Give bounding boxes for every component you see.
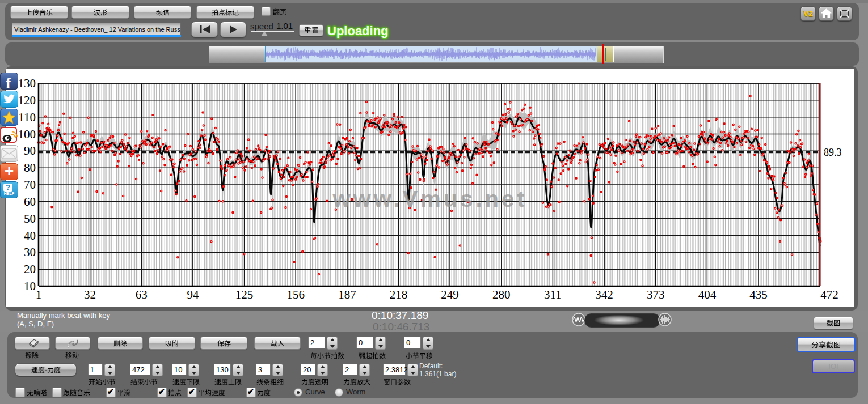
svg-text:373: 373 xyxy=(647,288,665,301)
svg-text:130: 130 xyxy=(18,76,36,90)
svg-text:404: 404 xyxy=(698,288,717,301)
svg-text:50: 50 xyxy=(24,212,36,226)
svg-text:120: 120 xyxy=(18,93,36,107)
svg-text:249: 249 xyxy=(441,288,459,301)
svg-text:435: 435 xyxy=(749,288,768,301)
svg-text:63: 63 xyxy=(136,288,148,301)
svg-text:60: 60 xyxy=(24,195,36,209)
svg-text:32: 32 xyxy=(84,288,96,301)
svg-text:10: 10 xyxy=(24,279,36,293)
svg-text:187: 187 xyxy=(338,288,356,301)
svg-text:www.Vmus.net: www.Vmus.net xyxy=(332,186,527,211)
svg-text:70: 70 xyxy=(24,178,36,192)
svg-text:40: 40 xyxy=(24,229,36,243)
svg-text:100: 100 xyxy=(18,127,36,141)
svg-text:94: 94 xyxy=(187,288,199,301)
svg-text:110: 110 xyxy=(18,110,36,124)
svg-text:20: 20 xyxy=(24,262,36,276)
svg-text:156: 156 xyxy=(286,288,305,301)
svg-text:89.3: 89.3 xyxy=(824,147,842,158)
svg-text:80: 80 xyxy=(24,161,36,175)
svg-text:280: 280 xyxy=(492,288,511,301)
svg-text:125: 125 xyxy=(235,288,254,301)
svg-text:472: 472 xyxy=(820,288,838,301)
svg-text:218: 218 xyxy=(390,288,408,301)
svg-text:90: 90 xyxy=(24,144,36,158)
svg-text:30: 30 xyxy=(24,245,36,259)
svg-text:1: 1 xyxy=(36,288,42,301)
svg-text:311: 311 xyxy=(544,288,562,301)
svg-text:342: 342 xyxy=(595,288,613,301)
